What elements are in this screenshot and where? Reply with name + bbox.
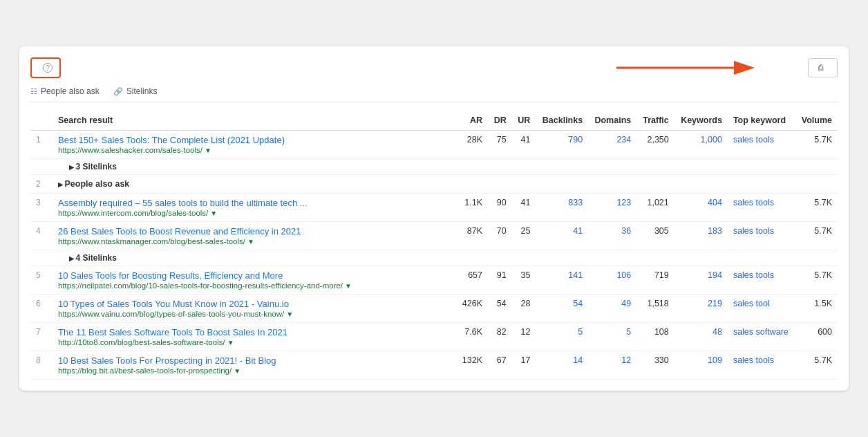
tab-sitelinks[interactable]: 🔗 Sitelinks [113, 86, 158, 96]
url-dropdown-icon[interactable]: ▼ [286, 310, 293, 318]
row-number: 4 [30, 222, 53, 250]
cell-top-keyword[interactable]: sales tools [728, 131, 795, 159]
cell-backlinks[interactable]: 54 [536, 295, 588, 323]
cell-traffic: 330 [636, 351, 674, 380]
cell-domains[interactable]: 36 [588, 222, 636, 250]
table-row: 4 26 Best Sales Tools to Boost Revenue a… [30, 222, 838, 250]
result-title-link[interactable]: Assembly required – 55 sales tools to bu… [58, 198, 451, 208]
export-icon: ⎙ [818, 63, 823, 73]
cell-backlinks[interactable]: 790 [536, 131, 588, 159]
cell-backlinks[interactable]: 5 [536, 323, 588, 351]
cell-domains[interactable]: 234 [588, 131, 636, 159]
cell-dr: 90 [488, 194, 512, 222]
results-table: Search result AR DR UR Backlinks Domains… [30, 111, 838, 380]
cell-top-keyword[interactable]: sales software [728, 323, 795, 351]
col-keywords: Keywords [674, 111, 728, 131]
result-title-link[interactable]: 10 Best Sales Tools For Prospecting in 2… [58, 355, 451, 366]
tab-people-also-ask[interactable]: ☷ People also ask [30, 86, 100, 96]
cell-volume: 5.7K [795, 351, 838, 380]
col-volume: Volume [795, 111, 838, 131]
cell-top-keyword[interactable]: sales tools [728, 351, 795, 380]
cell-domains[interactable]: 49 [588, 295, 636, 323]
cell-domains[interactable]: 5 [588, 323, 636, 351]
row-number: 2 [30, 175, 53, 194]
cell-ur: 25 [512, 222, 536, 250]
cell-keywords[interactable]: 48 [674, 323, 728, 351]
result-cell: 10 Types of Sales Tools You Must Know in… [53, 295, 456, 323]
url-dropdown-icon[interactable]: ▼ [205, 147, 211, 154]
row-number: 5 [30, 266, 53, 295]
cell-keywords[interactable]: 219 [674, 295, 728, 323]
cell-top-keyword[interactable]: sales tools [728, 194, 795, 222]
cell-ar: 132K [456, 351, 488, 380]
row-number: 8 [30, 351, 53, 380]
cell-domains[interactable]: 106 [588, 266, 636, 295]
url-dropdown-icon[interactable]: ▼ [247, 238, 254, 245]
cell-backlinks[interactable]: 141 [536, 266, 588, 295]
url-dropdown-icon[interactable]: ▼ [227, 339, 234, 346]
cell-dr: 67 [488, 351, 512, 380]
cell-top-keyword[interactable]: sales tools [728, 266, 795, 295]
result-url: https://www.vainu.com/blog/types-of-sale… [58, 310, 451, 318]
result-title-link[interactable]: Best 150+ Sales Tools: The Complete List… [58, 135, 451, 145]
result-cell: The 11 Best Sales Software Tools To Boos… [53, 323, 456, 351]
result-title-link[interactable]: 26 Best Sales Tools to Boost Revenue and… [58, 226, 451, 236]
cell-keywords[interactable]: 109 [674, 351, 728, 380]
cell-ar: 657 [456, 266, 488, 295]
cell-dr: 54 [488, 295, 512, 323]
sitelinks-row: 4 Sitelinks [30, 250, 838, 266]
url-dropdown-icon[interactable]: ▼ [345, 282, 352, 290]
help-icon[interactable]: ? [43, 63, 53, 73]
cell-top-keyword[interactable]: sales tools [728, 222, 795, 250]
sitelinks-label[interactable]: 3 Sitelinks [69, 162, 117, 171]
result-url: https://www.ntaskmanager.com/blog/best-s… [58, 237, 451, 245]
result-title-link[interactable]: The 11 Best Sales Software Tools To Boos… [58, 327, 451, 337]
col-dr: DR [488, 111, 512, 131]
cell-ur: 12 [512, 323, 536, 351]
url-dropdown-icon[interactable]: ▼ [234, 367, 240, 375]
result-title-link[interactable]: 10 Types of Sales Tools You Must Know in… [58, 299, 451, 309]
result-url: http://10to8.com/blog/best-sales-softwar… [58, 338, 451, 346]
cell-top-keyword[interactable]: sales tool [728, 295, 795, 323]
cell-traffic: 1,021 [636, 194, 674, 222]
svg-marker-1 [734, 61, 755, 75]
table-row: 6 10 Types of Sales Tools You Must Know … [30, 295, 838, 323]
col-backlinks: Backlinks [536, 111, 588, 131]
result-cell: 10 Sales Tools for Boosting Results, Eff… [53, 266, 456, 295]
cell-traffic: 2,350 [636, 131, 674, 159]
cell-domains[interactable]: 12 [588, 351, 636, 380]
cell-domains[interactable]: 123 [588, 194, 636, 222]
cell-volume: 5.7K [795, 266, 838, 295]
cell-ar: 426K [456, 295, 488, 323]
sitelinks-label[interactable]: 4 Sitelinks [69, 253, 117, 263]
cell-ur: 17 [512, 351, 536, 380]
result-cell: Assembly required – 55 sales tools to bu… [53, 194, 456, 222]
cell-backlinks[interactable]: 14 [536, 351, 588, 380]
cell-backlinks[interactable]: 41 [536, 222, 588, 250]
cell-keywords[interactable]: 1,000 [674, 131, 728, 159]
title-box: ? [30, 57, 61, 78]
row-number: 7 [30, 323, 53, 351]
export-button[interactable]: ⎙ [808, 58, 838, 77]
col-domains: Domains [588, 111, 636, 131]
cell-dr: 75 [488, 131, 512, 159]
cell-ur: 28 [512, 295, 536, 323]
cell-backlinks[interactable]: 833 [536, 194, 588, 222]
result-title-link[interactable]: 10 Sales Tools for Boosting Results, Eff… [58, 270, 451, 281]
cell-ar: 1.1K [456, 194, 488, 222]
cell-traffic: 1,518 [636, 295, 674, 323]
url-dropdown-icon[interactable]: ▼ [210, 210, 217, 217]
link-icon: 🔗 [113, 87, 123, 96]
cell-keywords[interactable]: 194 [674, 266, 728, 295]
cell-dr: 70 [488, 222, 512, 250]
sitelinks-row: 3 Sitelinks [30, 159, 838, 175]
table-row: 7 The 11 Best Sales Software Tools To Bo… [30, 323, 838, 351]
people-also-ask-label[interactable]: People also ask [58, 179, 129, 189]
row-number: 3 [30, 194, 53, 222]
col-search-result: Search result [53, 111, 456, 131]
table-row: 5 10 Sales Tools for Boosting Results, E… [30, 266, 838, 295]
result-cell: Best 150+ Sales Tools: The Complete List… [53, 131, 456, 159]
cell-keywords[interactable]: 404 [674, 194, 728, 222]
cell-keywords[interactable]: 183 [674, 222, 728, 250]
row-number: 1 [30, 131, 53, 159]
